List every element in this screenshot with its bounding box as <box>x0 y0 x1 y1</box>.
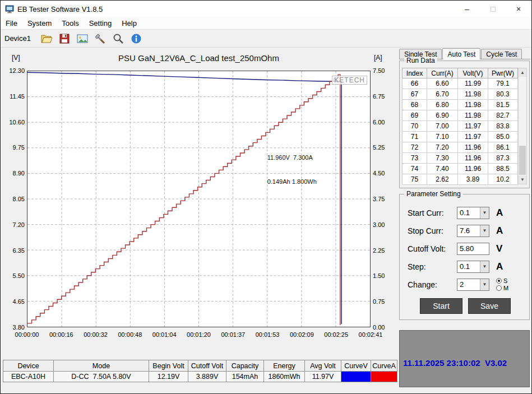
menubar: File System Tools Setting Help <box>1 17 531 30</box>
chevron-down-icon[interactable]: ▼ <box>480 207 489 219</box>
change-combo[interactable]: 2 ▼ <box>457 279 489 291</box>
run-data-wrap: Index Curr(A) Volt(V) Pwr(W) 666.6011.99… <box>402 68 527 184</box>
scroll-up-icon[interactable]: ▲ <box>519 68 526 77</box>
run-data-row[interactable]: 727.2011.9686.1 <box>403 142 518 153</box>
open-file-button[interactable] <box>39 31 54 47</box>
tools-button[interactable] <box>92 31 108 47</box>
run-data-row[interactable]: 686.8011.9881.5 <box>403 100 518 110</box>
save-button[interactable]: Save <box>468 298 511 314</box>
left-axis-unit: [V] <box>12 54 20 62</box>
menu-setting[interactable]: Setting <box>84 17 117 30</box>
stop-curr-unit: A <box>496 225 503 237</box>
run-data-row[interactable]: 666.6011.9979.1 <box>403 78 518 89</box>
tab-auto-test[interactable]: Auto Test <box>442 48 480 59</box>
stop-curr-row: Stop Curr: 7.6 ▼ A <box>408 224 526 238</box>
window-controls: – × <box>454 1 531 17</box>
export-image-button[interactable] <box>75 31 90 47</box>
menu-system[interactable]: System <box>22 17 57 30</box>
run-data-row[interactable]: 737.3011.9687.3 <box>403 153 518 164</box>
step-combo[interactable]: 0.1 ▼ <box>457 261 489 273</box>
zoom-icon <box>112 33 124 45</box>
status-device-state: Device1: STOP <box>403 391 526 394</box>
curve-a-swatch[interactable] <box>371 372 397 382</box>
start-button[interactable]: Start <box>420 298 462 314</box>
parameter-buttons: Start Save <box>420 298 526 314</box>
plot-svg <box>27 71 370 327</box>
run-data-legend: Run Data <box>404 57 437 64</box>
menu-help[interactable]: Help <box>117 17 142 30</box>
left-axis-tick: 10.60 <box>3 119 25 126</box>
status-datetime: 11.11.2025 23:10:02 V3.02 <box>403 358 526 369</box>
avg-volt-value: 11.97V <box>305 372 341 382</box>
right-axis-tick: 0.75 <box>373 298 393 305</box>
plot-area[interactable]: 11.960V 7.300A 0.149Ah 1.800Wh KETECH <box>27 71 371 327</box>
change-row: Change: 2 ▼ S M <box>408 277 526 291</box>
step-row: Step: 0.1 ▼ A <box>408 259 526 274</box>
maximize-icon <box>491 7 496 12</box>
radio-m-dot <box>496 285 502 291</box>
right-axis-tick: 4.50 <box>373 170 393 177</box>
col-energy: Energy <box>264 360 305 372</box>
window-title: EB Tester Software V1.8.5 <box>17 5 103 13</box>
stop-curr-label: Stop Curr: <box>408 226 457 235</box>
x-axis-tick: 00:01:53 <box>253 331 282 338</box>
right-axis-tick: 3.00 <box>373 221 393 228</box>
right-axis-tick: 0.00 <box>373 324 393 331</box>
chevron-down-icon[interactable]: ▼ <box>480 225 489 237</box>
curve-v-swatch[interactable] <box>341 372 371 382</box>
menu-tools[interactable]: Tools <box>57 17 84 30</box>
parameter-setting-group: Parameter Setting Start Curr: 0.1 ▼ A St… <box>399 194 530 320</box>
minimize-button[interactable]: – <box>454 1 480 17</box>
cursor-readout: 11.960V 7.300A 0.149Ah 1.800Wh <box>267 138 317 202</box>
zoom-button[interactable] <box>110 31 126 47</box>
run-data-scrollbar[interactable]: ▲ ▼ <box>518 68 527 184</box>
cutoff-volt-input[interactable]: 5.80 <box>457 243 489 255</box>
col-device: Device <box>3 360 54 372</box>
cutoff-volt-unit: V <box>496 243 502 254</box>
maximize-button[interactable] <box>480 1 506 17</box>
right-axis-tick: 1.50 <box>373 272 393 279</box>
cutoff-volt-label: Cutoff Volt: <box>408 244 457 253</box>
cursor-readout-line1: 11.960V 7.300A <box>267 154 317 161</box>
left-axis-tick: 6.35 <box>3 247 25 254</box>
col-avg-volt: Avg Volt <box>305 360 341 372</box>
right-axis-tick: 2.25 <box>373 247 393 254</box>
stop-curr-combo[interactable]: 7.6 ▼ <box>457 225 489 237</box>
result-table: Device Mode Begin Volt Cutoff Volt Capac… <box>3 360 397 382</box>
col-index: Index <box>403 68 427 78</box>
right-axis-unit: [A] <box>374 54 393 62</box>
run-data-row[interactable]: 717.1011.9785.0 <box>403 132 518 142</box>
capacity-value: 154mAh <box>226 372 264 382</box>
parameter-rows: Start Curr: 0.1 ▼ A Stop Curr: 7.6 ▼ A C… <box>408 206 526 314</box>
run-data-row[interactable]: 707.0011.9783.8 <box>403 121 518 132</box>
x-axis-tick: 00:00:48 <box>115 331 145 338</box>
scrollbar-thumb[interactable] <box>519 146 526 175</box>
run-data-row[interactable]: 696.9011.9882.7 <box>403 110 518 121</box>
chevron-down-icon[interactable]: ▼ <box>480 279 489 290</box>
radio-s[interactable]: S <box>496 277 508 285</box>
cutoff-volt-value: 3.889V <box>188 372 226 382</box>
run-data-row[interactable]: 747.4011.9688.5 <box>403 164 518 174</box>
chevron-down-icon[interactable]: ▼ <box>480 261 489 272</box>
scroll-down-icon[interactable]: ▼ <box>519 175 526 184</box>
tab-cycle-test[interactable]: Cycle Test <box>481 49 522 59</box>
run-data-row[interactable]: 752.623.8910.2 <box>403 174 518 185</box>
x-axis-tick: 00:00:00 <box>12 331 41 338</box>
x-axis-tick: 00:00:32 <box>81 331 110 338</box>
col-capacity: Capacity <box>226 360 264 372</box>
device-label: Device1 <box>4 34 31 43</box>
save-icon <box>58 33 71 45</box>
run-data-row[interactable]: 676.7011.9880.3 <box>403 89 518 100</box>
radio-m[interactable]: M <box>496 285 508 292</box>
col-cutoff-volt: Cutoff Volt <box>188 360 226 372</box>
save-button-toolbar[interactable] <box>57 31 72 47</box>
status-panel: 11.11.2025 23:10:02 V3.02 Device1: STOP <box>399 330 530 387</box>
menu-file[interactable]: File <box>1 17 22 30</box>
start-curr-combo[interactable]: 0.1 ▼ <box>457 207 489 219</box>
result-row: EBC-A10H D-CC 7.50A 5.80V 12.19V 3.889V … <box>3 372 397 382</box>
run-data-table: Index Curr(A) Volt(V) Pwr(W) 666.6011.99… <box>402 68 518 185</box>
close-button[interactable]: × <box>506 1 531 17</box>
info-button[interactable] <box>128 31 144 47</box>
change-mode-radios: S M <box>496 277 508 292</box>
col-curve-v: CurveV <box>341 360 371 372</box>
